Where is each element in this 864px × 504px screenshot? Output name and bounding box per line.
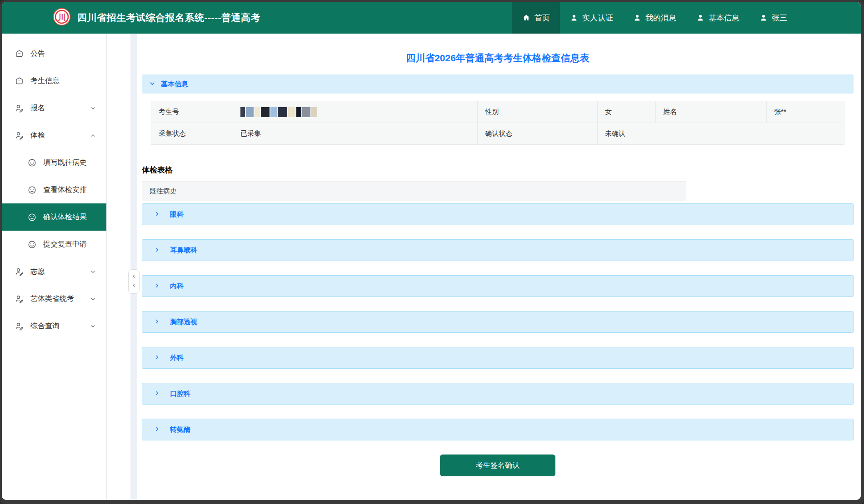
user-icon <box>633 14 641 22</box>
redaction-block <box>261 107 270 117</box>
smiley-icon <box>27 240 37 249</box>
chevron-left-icon <box>131 282 137 290</box>
chevron-right-icon <box>154 354 160 362</box>
exam-section-label: 口腔科 <box>170 390 190 398</box>
top-nav: 首页实人认证我的消息基本信息张三 <box>512 2 861 34</box>
nav-item-label: 基本信息 <box>709 13 739 23</box>
nav-item-label: 我的消息 <box>645 13 676 23</box>
sidebar-item-label: 艺体类省统考 <box>30 294 74 304</box>
nav-item-label: 张三 <box>772 13 787 23</box>
exam-section-chest-xray[interactable]: 胸部透视 <box>142 311 854 333</box>
user-edit-icon <box>15 104 24 113</box>
gender-label: 性别 <box>478 101 598 123</box>
sidebar-item-label: 查看体检安排 <box>43 185 87 195</box>
chevron-right-icon <box>154 247 160 254</box>
redaction-block <box>255 107 260 117</box>
smiley-icon <box>27 185 37 195</box>
exam-section-dental[interactable]: 口腔科 <box>142 383 854 405</box>
page-title: 四川省2026年普通高考考生体格检查信息表 <box>142 34 854 64</box>
confirm-status-label: 确认状态 <box>478 123 598 145</box>
chevron-down-icon <box>90 268 96 275</box>
svg-text:川: 川 <box>58 13 66 22</box>
candidate-sign-confirm-button[interactable]: 考生签名确认 <box>440 455 555 476</box>
collection-status-value: 已采集 <box>233 123 477 145</box>
redaction-block <box>296 107 301 117</box>
home-icon <box>522 14 530 22</box>
confirm-status-value: 未确认 <box>598 123 844 145</box>
redaction-block <box>311 107 317 117</box>
badge-icon <box>15 76 24 86</box>
app-title: 四川省招生考试综合报名系统-----普通高考 <box>77 11 260 24</box>
basic-info-section-header[interactable]: 基本信息 <box>142 74 854 94</box>
user-icon <box>759 14 768 22</box>
sidebar-item-view-schedule[interactable]: 查看体检安排 <box>2 176 106 203</box>
medical-history-value <box>686 181 854 201</box>
exam-section-label: 耳鼻喉科 <box>170 246 197 255</box>
sidebar-item-preferences[interactable]: 志愿 <box>2 258 106 285</box>
chevron-down-icon <box>90 105 96 112</box>
sidebar-item-fill-history[interactable]: 填写既往病史 <box>2 149 106 176</box>
exam-section-label: 内科 <box>170 282 184 291</box>
user-edit-icon <box>15 294 24 304</box>
sidebar-item-announcements[interactable]: 公告 <box>2 40 106 67</box>
exam-section-label: 转氨酶 <box>170 425 190 434</box>
candidate-no-label: 考生号 <box>151 101 233 123</box>
user-edit-icon <box>15 267 24 277</box>
nav-item-basicinfo[interactable]: 基本信息 <box>686 2 749 34</box>
sidebar-collapse-handle[interactable] <box>128 269 140 294</box>
basic-info-table: 考生号 性别 女 姓名 张** 采集状态 已采集 确认状态 未确认 <box>151 101 844 145</box>
exam-section-label: 胸部透视 <box>170 318 197 326</box>
top-header-bar: 川 四川省招生考试综合报名系统-----普通高考 首页实人认证我的消息基本信息张… <box>2 2 861 34</box>
sidebar-item-candidate-info[interactable]: 考生信息 <box>2 67 106 94</box>
redaction-block <box>278 107 287 117</box>
table-row: 考生号 性别 女 姓名 张** <box>151 101 844 123</box>
candidate-no-value-redacted <box>233 101 477 123</box>
brand: 川 四川省招生考试综合报名系统-----普通高考 <box>53 2 260 34</box>
basic-info-section-title: 基本信息 <box>161 80 188 89</box>
exam-section-transaminase[interactable]: 转氨酶 <box>142 419 854 440</box>
nav-item-messages[interactable]: 我的消息 <box>623 2 686 34</box>
nav-item-label: 首页 <box>534 13 550 23</box>
nav-item-real-auth[interactable]: 实人认证 <box>560 2 623 34</box>
main-area: 四川省2026年普通高考考生体格检查信息表 基本信息 <box>107 34 861 500</box>
sidebar-item-review-request[interactable]: 提交复查申请 <box>2 231 106 258</box>
chevron-left-icon <box>131 273 137 281</box>
user-icon <box>570 14 578 22</box>
nav-item-user[interactable]: 张三 <box>749 2 797 34</box>
redaction-block <box>246 107 254 117</box>
sidebar-item-label: 综合查询 <box>30 321 60 331</box>
page-content: 四川省2026年普通高考考生体格检查信息表 基本信息 <box>142 34 854 500</box>
medical-history-label: 既往病史 <box>142 181 686 201</box>
sidebar-item-label: 提交复查申请 <box>43 240 87 249</box>
exam-section-label: 眼科 <box>170 210 184 219</box>
sidebar-item-registration[interactable]: 报名 <box>2 94 106 122</box>
sidebar-item-arts-sports[interactable]: 艺体类省统考 <box>2 285 106 312</box>
sidebar-item-confirm-result[interactable]: 确认体检结果 <box>2 203 106 231</box>
redaction-block <box>270 107 277 117</box>
user-edit-icon <box>15 321 24 331</box>
sidebar-item-general-query[interactable]: 综合查询 <box>2 312 106 340</box>
chevron-right-icon <box>154 282 160 290</box>
chevron-down-icon <box>90 296 96 302</box>
sidebar-rail <box>130 34 137 500</box>
exam-section-ent[interactable]: 耳鼻喉科 <box>142 239 854 261</box>
chevron-right-icon <box>154 390 160 398</box>
exam-section-ophthalmology[interactable]: 眼科 <box>142 203 854 225</box>
exam-form-heading: 体检表格 <box>142 165 854 175</box>
sidebar-item-physical-exam[interactable]: 体检 <box>2 122 106 149</box>
chevron-up-icon <box>90 132 96 139</box>
sidebar: 公告考生信息报名体检填写既往病史查看体检安排确认体检结果提交复查申请志愿艺体类省… <box>2 34 107 500</box>
exam-section-surgery[interactable]: 外科 <box>142 347 854 369</box>
exam-section-label: 外科 <box>170 354 184 362</box>
name-label: 姓名 <box>656 101 767 123</box>
user-icon <box>696 14 704 22</box>
nav-item-home[interactable]: 首页 <box>512 2 560 34</box>
app-window: 川 四川省招生考试综合报名系统-----普通高考 首页实人认证我的消息基本信息张… <box>2 2 861 500</box>
badge-icon <box>15 49 24 59</box>
sidebar-item-label: 体检 <box>30 131 45 140</box>
redacted-mosaic <box>240 107 470 118</box>
exam-section-internal-med[interactable]: 内科 <box>142 275 854 297</box>
sichuan-admissions-seal-logo: 川 <box>53 8 71 28</box>
user-edit-icon <box>15 131 24 140</box>
sidebar-item-label: 考生信息 <box>30 76 60 86</box>
